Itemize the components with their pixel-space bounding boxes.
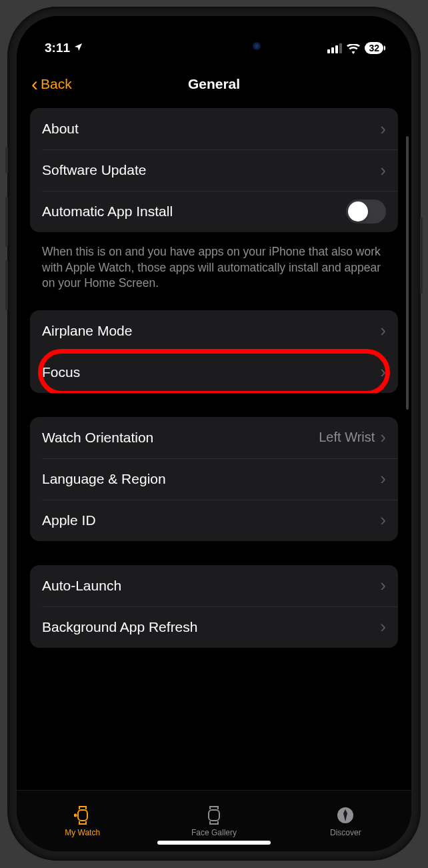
chevron-right-icon: › — [380, 575, 386, 596]
chevron-right-icon: › — [380, 468, 386, 489]
tab-discover[interactable]: Discover — [280, 791, 411, 851]
software-update-row[interactable]: Software Update › — [30, 149, 398, 191]
auto-launch-row[interactable]: Auto-Launch › — [30, 565, 398, 606]
airplane-mode-row[interactable]: Airplane Mode › — [30, 310, 398, 352]
status-time: 3:11 — [45, 41, 70, 55]
chevron-right-icon: › — [380, 427, 386, 448]
row-label: Background App Refresh — [42, 619, 380, 635]
apple-id-row[interactable]: Apple ID › — [30, 500, 398, 541]
page-title: General — [188, 76, 240, 92]
chevron-right-icon: › — [380, 160, 386, 181]
back-button[interactable]: ‹ Back — [31, 74, 72, 94]
tab-label: Face Gallery — [191, 828, 237, 837]
row-value: Left Wrist — [319, 430, 375, 445]
row-label: Focus — [42, 364, 380, 380]
navigation-bar: ‹ Back General — [17, 63, 411, 108]
chevron-right-icon: › — [380, 119, 386, 139]
cellular-icon — [327, 43, 342, 53]
phone-volume-down — [5, 260, 8, 310]
about-row[interactable]: About › — [30, 108, 398, 149]
focus-row[interactable]: Focus › — [30, 352, 398, 393]
screen: 3:11 32 ‹ Back Ge — [17, 16, 411, 851]
phone-volume-up — [5, 197, 8, 247]
battery-indicator: 32 — [365, 42, 383, 54]
row-label: Auto-Launch — [42, 578, 380, 594]
content-scroll[interactable]: About › Software Update › Automatic App … — [17, 108, 411, 790]
wifi-icon — [347, 43, 360, 53]
tab-my-watch[interactable]: My Watch — [17, 791, 148, 851]
automatic-app-install-row[interactable]: Automatic App Install — [30, 191, 398, 232]
phone-frame: 3:11 32 ‹ Back Ge — [7, 7, 421, 861]
chevron-right-icon: › — [380, 320, 386, 341]
row-label: Airplane Mode — [42, 323, 380, 339]
chevron-right-icon: › — [380, 362, 386, 382]
phone-power-button — [420, 217, 423, 294]
scrollbar[interactable] — [406, 136, 409, 410]
chevron-left-icon: ‹ — [31, 74, 38, 94]
phone-mute-switch — [5, 147, 8, 173]
row-label: About — [42, 121, 380, 137]
group-footer-text: When this is on and you have apps on you… — [30, 238, 398, 310]
row-label: Software Update — [42, 162, 380, 178]
location-icon — [73, 41, 83, 55]
settings-group-1: About › Software Update › Automatic App … — [30, 108, 398, 232]
settings-group-2: Airplane Mode › Focus › — [30, 310, 398, 393]
svg-rect-2 — [209, 810, 219, 821]
tab-label: My Watch — [65, 828, 100, 837]
chevron-right-icon: › — [380, 616, 386, 637]
language-region-row[interactable]: Language & Region › — [30, 458, 398, 500]
row-label: Language & Region — [42, 471, 380, 487]
automatic-app-install-toggle[interactable] — [346, 199, 386, 224]
row-label: Apple ID — [42, 512, 380, 528]
compass-icon — [337, 805, 354, 826]
chevron-right-icon: › — [380, 510, 386, 530]
background-app-refresh-row[interactable]: Background App Refresh › — [30, 606, 398, 648]
watch-icon — [74, 805, 91, 826]
watch-face-icon — [207, 805, 221, 826]
svg-point-1 — [74, 814, 77, 817]
home-indicator[interactable] — [157, 841, 271, 845]
tab-label: Discover — [330, 828, 361, 837]
svg-rect-0 — [78, 810, 87, 821]
settings-group-4: Auto-Launch › Background App Refresh › — [30, 565, 398, 648]
watch-orientation-row[interactable]: Watch Orientation Left Wrist › — [30, 417, 398, 458]
dynamic-island — [157, 31, 271, 61]
back-label: Back — [41, 76, 72, 92]
row-label: Watch Orientation — [42, 430, 319, 446]
settings-group-3: Watch Orientation Left Wrist › Language … — [30, 417, 398, 541]
toggle-knob — [348, 201, 368, 222]
row-label: Automatic App Install — [42, 203, 346, 220]
